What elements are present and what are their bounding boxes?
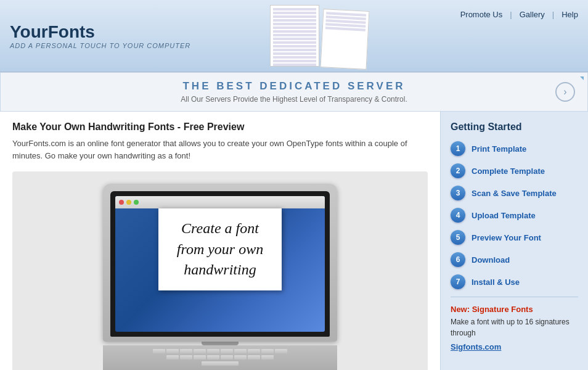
template-image-1 xyxy=(270,5,319,67)
sidebar-new-text: Make a font with up to 16 signatures thr… xyxy=(451,316,578,353)
keyboard-row-2 xyxy=(107,355,333,360)
laptop-container: Create a font from your own handwriting xyxy=(12,171,428,370)
ad-banner[interactable]: THE BEST DEDICATED SERVER All Our Server… xyxy=(0,72,588,112)
handwriting-text: Create a font from your own handwriting xyxy=(168,218,272,281)
header: YourFonts Add a personal touch to your c… xyxy=(0,0,588,72)
step-label-2[interactable]: Complete Template xyxy=(472,166,545,176)
step-item-2[interactable]: 2 Complete Template xyxy=(451,163,578,178)
key xyxy=(153,349,165,353)
key xyxy=(194,355,206,360)
laptop-screen-outer: Create a font from your own handwriting xyxy=(103,184,337,342)
nav-promote-us[interactable]: Promote Us xyxy=(460,10,503,19)
step-item-4[interactable]: 4 Upload Template xyxy=(451,208,578,223)
key xyxy=(261,355,274,360)
main-container: Make Your Own Handwriting Fonts - Free P… xyxy=(0,112,588,370)
step-number-6: 6 xyxy=(451,252,465,267)
keyboard-row-1 xyxy=(107,349,333,353)
handwriting-line3: handwriting xyxy=(184,261,256,278)
template-image-2 xyxy=(321,9,370,70)
header-template-preview xyxy=(270,5,368,67)
step-label-7[interactable]: Install & Use xyxy=(472,278,520,287)
header-nav: Promote Us | Gallery | Help xyxy=(460,10,578,19)
keyboard-rows xyxy=(107,349,333,366)
key xyxy=(166,349,179,353)
ad-banner-title: THE BEST DEDICATED SERVER xyxy=(13,80,575,92)
sidebar: Getting Started 1 Print Template 2 Compl… xyxy=(440,112,588,370)
key xyxy=(261,349,274,353)
step-label-6[interactable]: Download xyxy=(472,255,510,265)
menu-dot-minimize xyxy=(126,200,131,205)
step-item-6[interactable]: 6 Download xyxy=(451,252,578,267)
step-number-4: 4 xyxy=(451,208,465,223)
step-label-1[interactable]: Print Template xyxy=(472,144,526,154)
key-spacebar xyxy=(202,361,239,366)
keyboard-row-3 xyxy=(107,361,333,366)
menu-dot-maximize xyxy=(134,200,139,205)
menu-dot-close xyxy=(119,200,124,205)
sidebar-title: Getting Started xyxy=(451,121,578,133)
step-number-1: 1 xyxy=(451,141,465,156)
new-label: New: xyxy=(451,305,470,314)
step-label-3[interactable]: Scan & Save Template xyxy=(472,189,557,198)
site-tagline: Add a personal touch to your computer xyxy=(10,42,190,49)
ad-banner-subtitle: All Our Servers Provide the Highest Leve… xyxy=(13,95,575,104)
laptop-screen-bezel: Create a font from your own handwriting xyxy=(110,191,330,337)
nav-help[interactable]: Help xyxy=(561,10,578,19)
step-item-5[interactable]: 5 Preview Your Font xyxy=(451,230,578,245)
key xyxy=(275,349,287,353)
step-item-3[interactable]: 3 Scan & Save Template xyxy=(451,186,578,200)
step-number-2: 2 xyxy=(451,163,465,178)
sidebar-divider xyxy=(451,297,578,297)
ad-triangle xyxy=(580,76,584,80)
laptop-illustration: Create a font from your own handwriting xyxy=(103,184,337,370)
laptop-screen: Create a font from your own handwriting xyxy=(115,196,325,332)
sigfonts-link[interactable]: Sigfonts.com xyxy=(451,341,578,353)
laptop-screen-content: Create a font from your own handwriting xyxy=(158,208,282,290)
step-label-4[interactable]: Upload Template xyxy=(472,211,536,220)
key xyxy=(194,349,206,353)
key xyxy=(248,349,260,353)
step-number-7: 7 xyxy=(451,274,465,289)
key xyxy=(207,349,219,353)
key xyxy=(180,349,192,353)
step-item-7[interactable]: 7 Install & Use xyxy=(451,274,578,289)
nav-sep-1: | xyxy=(510,10,512,19)
handwriting-line1: Create a font xyxy=(181,220,259,236)
key xyxy=(166,355,179,360)
key xyxy=(207,355,219,360)
key xyxy=(234,349,247,353)
step-number-5: 5 xyxy=(451,230,465,245)
header-branding: YourFonts Add a personal touch to your c… xyxy=(10,22,190,49)
sidebar-new-title: New: Signature Fonts xyxy=(451,305,578,314)
ad-arrow-button[interactable]: › xyxy=(555,82,575,102)
nav-gallery[interactable]: Gallery xyxy=(520,10,545,19)
key xyxy=(221,355,233,360)
nav-sep-2: | xyxy=(552,10,554,19)
key xyxy=(221,349,233,353)
signature-fonts-link[interactable]: Signature Fonts xyxy=(472,305,533,314)
key xyxy=(234,355,247,360)
site-title[interactable]: YourFonts xyxy=(10,22,190,42)
step-label-5[interactable]: Preview Your Font xyxy=(472,233,541,242)
laptop-keyboard xyxy=(103,345,337,370)
content-area: Make Your Own Handwriting Fonts - Free P… xyxy=(0,112,440,370)
new-text-content: Make a font with up to 16 signatures thr… xyxy=(451,318,570,337)
laptop-menubar xyxy=(115,196,325,208)
step-number-3: 3 xyxy=(451,186,465,200)
handwriting-line2: from your own xyxy=(177,241,263,257)
content-title: Make Your Own Handwriting Fonts - Free P… xyxy=(12,121,428,133)
step-item-1[interactable]: 1 Print Template xyxy=(451,141,578,156)
key xyxy=(248,355,260,360)
content-description: YourFonts.com is an online font generato… xyxy=(12,138,428,162)
key xyxy=(180,355,192,360)
sidebar-new-section: New: Signature Fonts Make a font with up… xyxy=(451,305,578,353)
